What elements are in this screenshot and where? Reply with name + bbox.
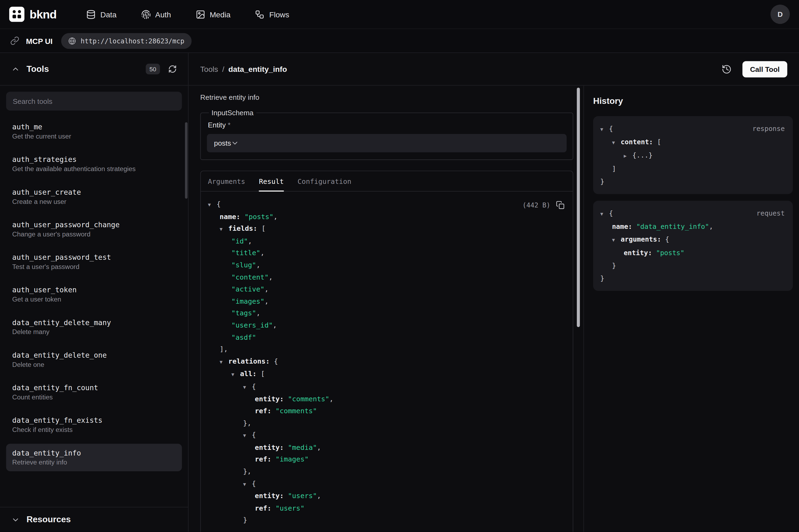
entity-field-label: Entity * [208, 121, 567, 129]
json-string: "comments" [275, 406, 317, 415]
nav-item-auth[interactable]: Auth [141, 10, 171, 19]
tool-item-auth_user_password_change[interactable]: auth_user_password_changeChange a user's… [6, 215, 182, 243]
history-card-request[interactable]: request▼{name: "data_entity_info",▼argum… [593, 201, 793, 291]
nav-item-data[interactable]: Data [86, 10, 116, 19]
tab-configuration[interactable]: Configuration [298, 171, 351, 191]
link-icon [10, 36, 20, 45]
mcp-url-pill[interactable]: http://localhost:28623/mcp [61, 33, 191, 49]
collapse-toggle-icon[interactable]: ▼ [243, 478, 252, 490]
json-key: entity: [255, 395, 288, 403]
json-line: ▼{ [208, 198, 566, 211]
json-punctuation: , [317, 492, 321, 500]
breadcrumb-root[interactable]: Tools [200, 65, 218, 74]
tools-sidebar: Tools 50 auth_meGet the current userauth… [0, 53, 189, 532]
collapse-toggle-icon[interactable]: ▼ [243, 381, 252, 393]
input-schema-legend: InputSchema [209, 109, 256, 117]
json-key: entity: [624, 249, 656, 256]
nav-item-media[interactable]: Media [195, 10, 230, 19]
json-string: "images" [275, 455, 309, 463]
tab-arguments[interactable]: Arguments [208, 171, 245, 191]
json-punctuation: [ [261, 369, 265, 378]
json-string: "comments" [288, 395, 329, 403]
tool-description: Retrieve entity info [200, 93, 574, 101]
main-scrollbar[interactable] [577, 88, 580, 327]
tool-item-data_entity_fn_count[interactable]: data_entity_fn_countCount entities [6, 379, 182, 406]
tool-name: data_entity_fn_exists [12, 416, 176, 424]
json-punctuation: , [256, 309, 260, 317]
json-line: ▶{...} [600, 149, 786, 162]
tool-item-auth_user_token[interactable]: auth_user_tokenGet a user token [6, 281, 182, 308]
tool-item-auth_user_create[interactable]: auth_user_createCreate a new user [6, 183, 182, 210]
collapse-toggle-icon[interactable]: ▼ [220, 223, 228, 235]
json-punctuation: }, [243, 467, 251, 475]
tool-item-data_entity_delete_one[interactable]: data_entity_delete_oneDelete one [6, 346, 182, 373]
result-json-lines: ▼{name: "posts",▼fields: ["id","title","… [208, 198, 566, 526]
entity-select[interactable]: posts [207, 134, 567, 152]
tool-item-data_entity_delete_many[interactable]: data_entity_delete_manyDelete many [6, 313, 182, 341]
collapse-toggle-icon[interactable]: ▼ [600, 123, 609, 136]
json-line: entity: "comments", [208, 393, 566, 405]
json-key: all: [240, 369, 261, 378]
json-line: ▼relations: { [208, 356, 566, 368]
json-line: } [600, 272, 786, 285]
json-string: "users" [275, 504, 305, 512]
collapse-toggle-icon[interactable]: ▼ [231, 368, 240, 380]
call-tool-button[interactable]: Call Tool [742, 61, 787, 77]
tool-item-data_entity_fn_exists[interactable]: data_entity_fn_existsCheck if entity exi… [6, 411, 182, 438]
nav-item-label: Flows [269, 10, 289, 19]
page-title: MCP UI [26, 36, 53, 45]
chevron-down-icon [11, 515, 20, 524]
copy-icon[interactable] [556, 201, 565, 210]
collapse-toggle-icon[interactable]: ▼ [220, 356, 228, 368]
json-key: relations: [228, 357, 274, 365]
sidebar-scrollbar[interactable] [185, 122, 187, 199]
chevron-up-icon[interactable] [11, 65, 20, 74]
history-card-response[interactable]: response▼{▼content: [▶{...}]} [593, 116, 793, 194]
tool-item-auth_strategies[interactable]: auth_strategiesGet the available authent… [6, 150, 182, 177]
tool-item-auth_me[interactable]: auth_meGet the current user [6, 118, 182, 145]
entity-select-value: posts [214, 139, 231, 147]
json-punctuation: , [329, 395, 333, 403]
app-window: bknd Data Auth Media [0, 0, 799, 532]
json-line: "id", [208, 235, 566, 247]
tools-sidebar-header: Tools 50 [0, 53, 188, 86]
result-tabs: Arguments Result Configuration [201, 171, 573, 191]
expand-toggle-icon[interactable]: ▶ [624, 149, 632, 162]
collapse-toggle-icon[interactable]: ▼ [208, 199, 217, 211]
user-avatar[interactable]: D [771, 5, 790, 24]
nav-item-label: Data [100, 10, 117, 19]
tool-item-auth_user_password_test[interactable]: auth_user_password_testTest a user's pas… [6, 248, 182, 276]
nav-item-label: Auth [155, 10, 171, 19]
json-punctuation: { [252, 382, 256, 390]
collapse-toggle-icon[interactable]: ▼ [612, 136, 621, 149]
tool-description: Check if entity exists [12, 426, 176, 434]
collapse-toggle-icon[interactable]: ▼ [612, 233, 621, 246]
nav-item-flows[interactable]: Flows [255, 10, 289, 19]
breadcrumb-current: data_entity_info [228, 65, 287, 74]
resources-section-header[interactable]: Resources [0, 507, 188, 532]
json-punctuation: , [273, 321, 277, 329]
tool-item-data_entity_info[interactable]: data_entity_infoRetrieve entity info [6, 443, 182, 471]
json-line: ▼fields: [ [208, 223, 566, 235]
json-punctuation: , [709, 223, 713, 230]
collapse-toggle-icon[interactable]: ▼ [600, 207, 609, 220]
json-punctuation: } [600, 177, 604, 185]
history-icon[interactable] [721, 64, 732, 74]
json-line: "images", [208, 295, 566, 307]
nav-item-label: Media [210, 10, 230, 19]
json-punctuation: ], [220, 345, 228, 353]
json-punctuation: ] [612, 165, 616, 172]
top-navbar: bknd Data Auth Media [0, 0, 799, 29]
database-icon [86, 10, 96, 19]
tool-name: auth_me [12, 123, 176, 131]
search-input[interactable] [6, 92, 182, 111]
collapse-toggle-icon[interactable]: ▼ [243, 430, 252, 441]
brand[interactable]: bknd [9, 6, 57, 22]
tab-result[interactable]: Result [259, 171, 284, 191]
refresh-icon[interactable] [168, 65, 177, 74]
tool-name: auth_strategies [12, 155, 176, 164]
tool-description: Get the available authentication strateg… [12, 165, 176, 173]
workflow-icon [255, 10, 265, 19]
json-string: "users_id" [231, 321, 273, 329]
json-string: "media" [288, 443, 317, 451]
